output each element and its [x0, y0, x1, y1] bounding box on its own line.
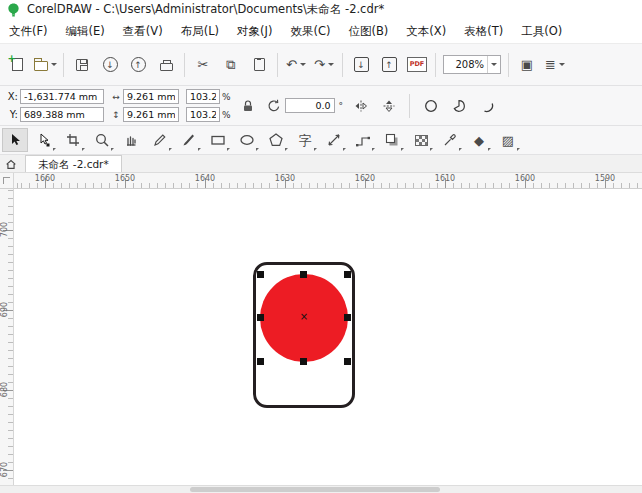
vertical-ruler[interactable]: 700 690 680 670	[0, 189, 14, 485]
options-button[interactable]: ≣	[542, 52, 568, 78]
eyedropper-tool-button[interactable]	[437, 128, 463, 152]
menu-item-table[interactable]: 表格(T)	[455, 19, 512, 43]
scrollbar-thumb[interactable]	[190, 487, 440, 492]
full-screen-preview-button[interactable]: ▣	[514, 52, 540, 78]
crop-tool-button[interactable]	[60, 128, 86, 152]
degree-label: °	[339, 101, 344, 111]
artistic-media-tool-button[interactable]	[176, 128, 202, 152]
arc-mode-button[interactable]	[476, 95, 497, 116]
window-title: CorelDRAW - C:\Users\Administrator\Docum…	[27, 2, 384, 17]
plus-icon: +	[8, 53, 16, 64]
pie-mode-button[interactable]	[448, 95, 469, 116]
zoom-dropdown-button[interactable]	[487, 56, 500, 73]
horizontal-scrollbar[interactable]	[0, 485, 642, 493]
undo-button[interactable]: ↶	[283, 52, 309, 78]
toolbar-separator	[63, 53, 64, 77]
scale-vertical-field[interactable]	[186, 107, 220, 122]
save-button[interactable]	[69, 52, 95, 78]
export-button[interactable]: ↑	[376, 52, 402, 78]
selection-handle-bottom-right[interactable]	[344, 358, 351, 365]
dropdown-caret-icon	[559, 63, 565, 66]
selection-handle-top-right[interactable]	[344, 271, 351, 278]
publish-pdf-button[interactable]: PDF	[404, 52, 430, 78]
transparency-tool-button[interactable]	[408, 128, 434, 152]
flyout-caret-icon	[82, 148, 85, 151]
document-tab[interactable]: 未命名 -2.cdr*	[25, 155, 122, 172]
get-from-cloud-button[interactable]: ↓	[97, 52, 123, 78]
pick-tool-button[interactable]	[2, 128, 28, 152]
title-bar: CorelDRAW - C:\Users\Administrator\Docum…	[0, 0, 642, 19]
selection-center-marker[interactable]: ×	[298, 311, 310, 323]
smart-fill-tool-button[interactable]: ▨	[495, 128, 521, 152]
lock-ratio-button[interactable]	[238, 95, 259, 116]
pan-tool-button[interactable]	[118, 128, 144, 152]
polygon-tool-button[interactable]	[263, 128, 289, 152]
object-position-group: X: Y:	[5, 89, 104, 123]
interactive-fill-icon: ◆	[474, 134, 484, 147]
horizontal-ruler[interactable]: 1660 1650 1640 1630 1620 1610 1600 1590	[14, 173, 642, 189]
interactive-fill-tool-button[interactable]: ◆	[466, 128, 492, 152]
print-button[interactable]	[153, 52, 179, 78]
menu-item-bitmaps[interactable]: 位图(B)	[339, 19, 397, 43]
import-button[interactable]: ↓	[348, 52, 374, 78]
menu-item-layout[interactable]: 布局(L)	[172, 19, 228, 43]
ruler-label: 1630	[275, 174, 295, 183]
ellipse-tool-button[interactable]	[234, 128, 260, 152]
mirror-horizontal-button[interactable]	[350, 95, 371, 116]
dropdown-caret-icon	[328, 63, 334, 66]
mirror-vertical-button[interactable]	[378, 95, 399, 116]
menu-item-effects[interactable]: 效果(C)	[281, 19, 339, 43]
dropdown-caret-icon	[300, 63, 306, 66]
object-height-field[interactable]	[123, 107, 179, 122]
paste-button[interactable]	[246, 52, 272, 78]
cut-button[interactable]: ✂	[190, 52, 216, 78]
menu-item-text[interactable]: 文本(X)	[397, 19, 455, 43]
y-position-field[interactable]	[20, 107, 104, 122]
drop-shadow-tool-button[interactable]	[379, 128, 405, 152]
ruler-origin[interactable]	[0, 173, 14, 189]
redo-button[interactable]: ↷	[311, 52, 337, 78]
selection-handle-top-center[interactable]	[300, 271, 307, 278]
selection-handle-bottom-left[interactable]	[257, 358, 264, 365]
object-width-field[interactable]	[123, 89, 179, 104]
x-label: X:	[5, 91, 18, 102]
menu-item-edit[interactable]: 编辑(E)	[57, 19, 114, 43]
selection-handle-top-left[interactable]	[257, 271, 264, 278]
zoom-tool-button[interactable]	[89, 128, 115, 152]
x-position-field[interactable]	[20, 89, 104, 104]
new-document-icon: +	[12, 58, 23, 71]
rectangle-tool-button[interactable]	[205, 128, 231, 152]
flyout-caret-icon	[372, 148, 375, 151]
menu-item-file[interactable]: 文件(F)	[0, 19, 57, 43]
selection-handle-middle-left[interactable]	[257, 314, 264, 321]
zoom-level-combobox[interactable]: 208%	[443, 55, 501, 74]
text-tool-icon: 字	[299, 134, 312, 147]
save-to-cloud-button[interactable]: ↑	[125, 52, 151, 78]
menu-item-object[interactable]: 对象(J)	[228, 19, 281, 43]
connector-tool-button[interactable]	[350, 128, 376, 152]
canvas[interactable]: ×	[0, 189, 642, 485]
ellipse-mode-button[interactable]	[420, 95, 441, 116]
ruler-label: 1650	[115, 174, 135, 183]
ruler-major-ticks	[14, 178, 642, 188]
text-tool-button[interactable]: 字	[292, 128, 318, 152]
home-button[interactable]	[0, 155, 22, 172]
horizontal-arrow-icon: ↔	[111, 92, 121, 102]
open-button[interactable]	[32, 52, 58, 78]
open-folder-icon	[34, 61, 48, 71]
drop-shadow-icon	[384, 132, 400, 148]
fullscreen-icon: ▣	[521, 58, 533, 71]
shape-tool-button[interactable]	[31, 128, 57, 152]
pen-icon	[152, 132, 168, 148]
toolbar-separator	[342, 53, 343, 77]
rotation-angle-field[interactable]	[285, 98, 335, 113]
dimension-tool-button[interactable]	[321, 128, 347, 152]
freehand-tool-button[interactable]	[147, 128, 173, 152]
scale-horizontal-field[interactable]	[186, 89, 220, 104]
selection-handle-bottom-center[interactable]	[300, 358, 307, 365]
menu-item-view[interactable]: 查看(V)	[114, 19, 172, 43]
new-document-button[interactable]: +	[4, 52, 30, 78]
selection-handle-middle-right[interactable]	[344, 314, 351, 321]
menu-item-tools[interactable]: 工具(O)	[512, 19, 571, 43]
copy-button[interactable]: ⧉	[218, 52, 244, 78]
